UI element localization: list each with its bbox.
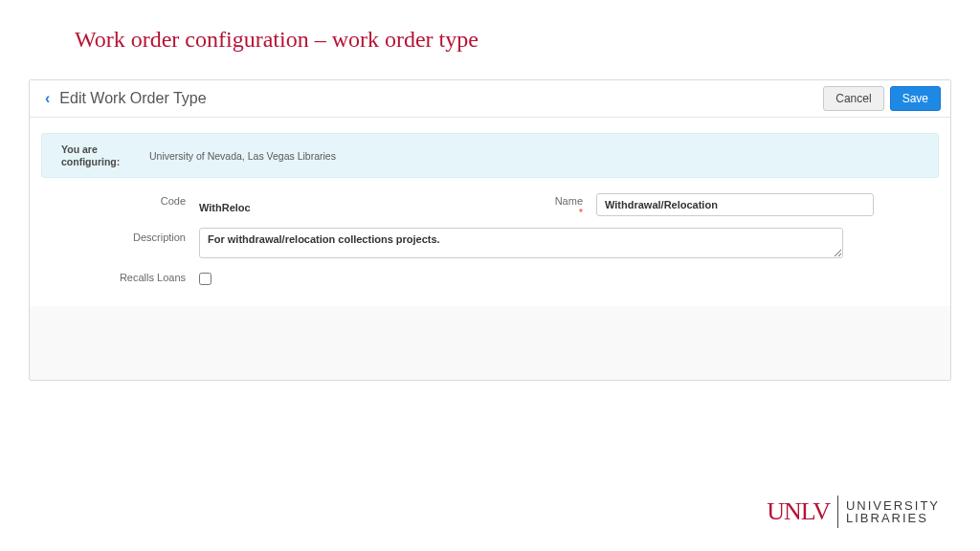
panel-header: ‹ Edit Work Order Type Cancel Save [30, 80, 950, 118]
code-label: Code [41, 191, 199, 207]
row-recalls: Recalls Loans [41, 268, 901, 285]
row-code-name: Code WithReloc Name [41, 191, 901, 218]
slide-title: Work order configuration – work order ty… [0, 0, 980, 53]
recalls-label: Recalls Loans [41, 268, 199, 283]
app-panel: ‹ Edit Work Order Type Cancel Save You a… [29, 79, 951, 381]
chevron-left-icon[interactable]: ‹ [39, 90, 56, 107]
page-title: Edit Work Order Type [56, 90, 817, 107]
libraries-wordmark: UNIVERSITY LIBRARIES [846, 499, 940, 524]
recalls-checkbox[interactable] [199, 273, 212, 285]
unlv-wordmark: UNLV [767, 497, 830, 526]
context-label: You are configuring: [61, 143, 119, 167]
logo-divider [837, 496, 838, 528]
description-field[interactable] [199, 228, 843, 258]
description-label: Description [41, 228, 199, 243]
name-label: Name [548, 191, 596, 218]
form: Code WithReloc Name Description Recalls … [41, 178, 939, 285]
panel-body: You are configuring: University of Nevad… [30, 118, 950, 306]
row-description: Description [41, 228, 901, 258]
save-button[interactable]: Save [890, 86, 941, 111]
cancel-button[interactable]: Cancel [823, 86, 883, 111]
footer-logo: UNLV UNIVERSITY LIBRARIES [767, 496, 940, 528]
code-value: WithReloc [199, 197, 251, 213]
libraries-line-2: LIBRARIES [846, 512, 940, 524]
name-field[interactable] [596, 193, 874, 216]
context-value: University of Nevada, Las Vegas Librarie… [149, 150, 336, 162]
context-banner: You are configuring: University of Nevad… [41, 133, 939, 178]
